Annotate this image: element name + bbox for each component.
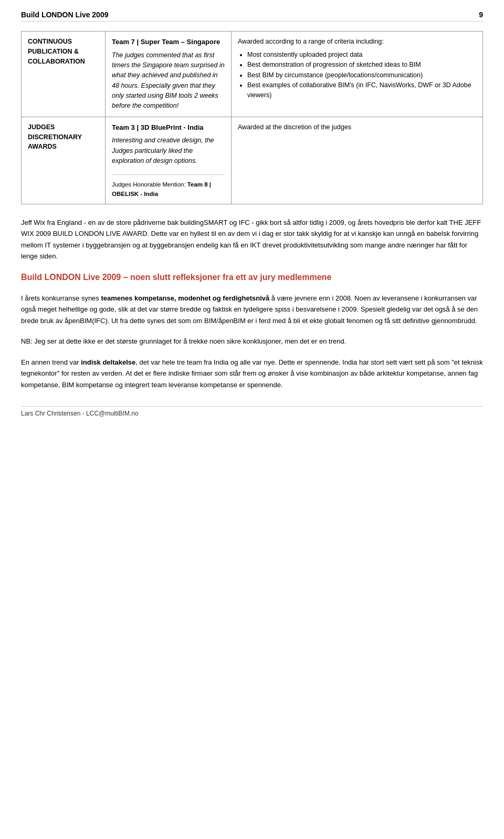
row2-team: Team 3 | 3D BluePrint - India Interestin… bbox=[106, 117, 232, 204]
row1-team: Team 7 | Super Team – Singapore The judg… bbox=[106, 32, 232, 117]
table-row: CONTINUOUS PUBLICATION & COLLABORATION T… bbox=[22, 32, 483, 117]
honorable-mention: Judges Honorable Mention: Team 8 | OBELI… bbox=[112, 174, 225, 199]
criteria-item: Most consistently uploaded project data bbox=[247, 50, 476, 60]
page-header: Build LONDON Live 2009 9 bbox=[21, 11, 483, 22]
section-heading-block: Build LONDON Live 2009 – noen slutt refl… bbox=[21, 272, 483, 283]
section-heading: Build LONDON Live 2009 – noen slutt refl… bbox=[21, 272, 483, 283]
paragraph3-section: NB: Jeg ser at dette ikke er det største… bbox=[21, 336, 483, 347]
row1-label: CONTINUOUS PUBLICATION & COLLABORATION bbox=[22, 32, 106, 117]
paragraph3: NB: Jeg ser at dette ikke er det største… bbox=[21, 336, 483, 347]
row2-award: Awarded at the discretion of the judges bbox=[232, 117, 483, 204]
page-number: 9 bbox=[479, 11, 483, 19]
criteria-list: Most consistently uploaded project data … bbox=[238, 50, 476, 101]
row1-criteria: Awarded according to a range of criteria… bbox=[232, 32, 483, 117]
paragraph2-bold: teamenes kompetanse, modenhet og ferdigh… bbox=[101, 294, 269, 302]
paragraph2-section: I årets konkurranse synes teamenes kompe… bbox=[21, 293, 483, 326]
team1-name: Team 7 | Super Team – Singapore bbox=[112, 37, 225, 47]
footer-text: Lars Chr Christensen - LCC@multiBIM.no bbox=[21, 410, 139, 417]
paragraph4-start: En annen trend var bbox=[21, 358, 81, 366]
paragraph1: Jeff Wix fra England - en av de store på… bbox=[21, 217, 483, 262]
paragraph4-bold: indisk deltakelse bbox=[81, 358, 135, 366]
honorable-prefix: Judges Honorable Mention: bbox=[112, 181, 187, 188]
paragraph4: En annen trend var indisk deltakelse, de… bbox=[21, 357, 483, 390]
criteria-item: Best examples of collaborative BIM's (in… bbox=[247, 80, 476, 101]
award-text: Awarded at the discretion of the judges bbox=[238, 122, 476, 132]
criteria-item: Best BIM by circumstance (people/locatio… bbox=[247, 70, 476, 80]
paragraph4-section: En annen trend var indisk deltakelse, de… bbox=[21, 357, 483, 390]
table-row: JUDGES DISCRETIONARY AWARDS Team 3 | 3D … bbox=[22, 117, 483, 204]
criteria-intro: Awarded according to a range of criteria… bbox=[238, 37, 476, 47]
team1-quote: The judges commented that as first timer… bbox=[112, 50, 225, 111]
awards-table: CONTINUOUS PUBLICATION & COLLABORATION T… bbox=[21, 31, 483, 204]
body-section: Jeff Wix fra England - en av de store på… bbox=[21, 217, 483, 262]
footer: Lars Chr Christensen - LCC@multiBIM.no bbox=[21, 406, 483, 417]
criteria-item: Best demonstration of progression of ske… bbox=[247, 60, 476, 70]
team2-quote: Interesting and creative design, the Jud… bbox=[112, 136, 225, 166]
paragraph2: I årets konkurranse synes teamenes kompe… bbox=[21, 293, 483, 326]
row2-label: JUDGES DISCRETIONARY AWARDS bbox=[22, 117, 106, 204]
document-title: Build LONDON Live 2009 bbox=[21, 11, 108, 19]
paragraph2-start: I årets konkurranse synes bbox=[21, 294, 101, 302]
team2-name: Team 3 | 3D BluePrint - India bbox=[112, 122, 225, 133]
